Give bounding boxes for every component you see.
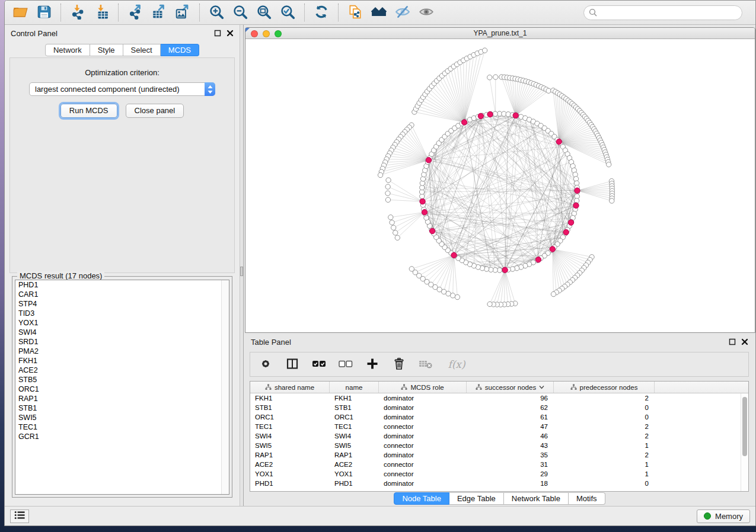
tab-network[interactable]: Network — [45, 44, 90, 56]
network-graph[interactable] — [245, 39, 755, 332]
table-row[interactable]: STB1STB1dominator620 — [250, 403, 748, 412]
table-row[interactable]: SWI5SWI5connector431 — [250, 441, 748, 450]
tab-mcds[interactable]: MCDS — [161, 44, 199, 56]
mcds-result-node[interactable]: RAP1 — [15, 394, 229, 403]
clear-table-button[interactable] — [419, 357, 433, 371]
mcds-list-scrollbar[interactable] — [221, 280, 229, 494]
graph-mcds-node[interactable] — [513, 113, 518, 118]
graph-leaf-node[interactable] — [607, 162, 611, 167]
splitter-grip[interactable] — [240, 267, 243, 276]
graph-leaf-node[interactable] — [385, 197, 390, 202]
tab-edge-table[interactable]: Edge Table — [449, 492, 504, 505]
close-panel-icon[interactable] — [227, 30, 234, 37]
zoom-out-button[interactable] — [232, 4, 248, 21]
tab-network-table[interactable]: Network Table — [504, 492, 569, 505]
graph-leaf-node[interactable] — [546, 88, 551, 93]
graph-ring-node[interactable] — [493, 111, 497, 116]
float-panel-icon[interactable] — [214, 30, 221, 37]
graph-mcds-node[interactable] — [556, 139, 562, 145]
maximize-window-icon[interactable] — [275, 30, 282, 37]
close-window-icon[interactable] — [251, 30, 258, 37]
tab-node-table[interactable]: Node Table — [394, 492, 449, 505]
function-builder-button[interactable]: f(x) — [445, 357, 468, 371]
graph-mcds-node[interactable] — [451, 252, 457, 258]
graph-leaf-node[interactable] — [386, 178, 391, 182]
table-row[interactable]: SWI4SWI4dominator462 — [250, 431, 748, 441]
hide-eye-button[interactable] — [394, 4, 411, 21]
search-input[interactable] — [583, 5, 742, 20]
graph-leaf-node[interactable] — [385, 184, 390, 189]
mcds-result-node[interactable]: PHD1 — [15, 280, 229, 290]
mcds-result-node[interactable]: SRD1 — [15, 337, 229, 347]
mcds-result-node[interactable]: CAR1 — [15, 290, 229, 299]
column-header-MCDS-role[interactable]: MCDS role — [379, 382, 467, 393]
graph-leaf-node[interactable] — [487, 75, 492, 80]
mcds-result-node[interactable]: FKH1 — [15, 356, 229, 366]
import-table-button[interactable] — [93, 4, 110, 21]
delete-column-button[interactable] — [392, 357, 406, 371]
run-mcds-button[interactable]: Run MCDS — [60, 104, 117, 118]
mcds-result-node[interactable]: ORC1 — [15, 384, 229, 394]
open-file-button[interactable] — [12, 4, 28, 21]
graph-mcds-node[interactable] — [575, 188, 580, 193]
mcds-result-node[interactable]: YOX1 — [15, 318, 229, 328]
table-row[interactable]: TEC1TEC1connector472 — [250, 422, 748, 431]
graph-mcds-node[interactable] — [487, 111, 493, 117]
table-row[interactable]: YOX1YOX1connector291 — [250, 469, 748, 479]
graph-mcds-node[interactable] — [478, 113, 483, 118]
refresh-button[interactable] — [313, 4, 330, 21]
mcds-result-node[interactable]: SWI5 — [15, 413, 229, 422]
graph-mcds-node[interactable] — [535, 257, 541, 262]
select-all-button[interactable] — [312, 357, 326, 371]
vertical-splitter[interactable] — [240, 25, 244, 506]
graph-leaf-node[interactable] — [455, 294, 460, 299]
graph-leaf-node[interactable] — [482, 48, 487, 53]
close-panel-icon[interactable] — [741, 338, 748, 345]
graph-mcds-node[interactable] — [461, 120, 467, 125]
export-table-button[interactable] — [151, 4, 167, 21]
mcds-result-node[interactable]: TID3 — [15, 309, 229, 318]
show-eye-button[interactable] — [418, 4, 435, 21]
split-pane-button[interactable] — [285, 357, 299, 371]
sort-chevron-icon[interactable] — [539, 385, 544, 389]
tab-style[interactable]: Style — [90, 44, 123, 56]
export-network-button[interactable] — [127, 4, 143, 21]
float-panel-icon[interactable] — [729, 338, 736, 345]
graph-mcds-node[interactable] — [429, 228, 435, 233]
deselect-all-button[interactable] — [339, 357, 353, 371]
graph-mcds-node[interactable] — [563, 229, 569, 235]
graph-mcds-node[interactable] — [573, 203, 579, 208]
graph-mcds-node[interactable] — [568, 220, 573, 225]
mcds-result-node[interactable]: TEC1 — [15, 422, 229, 432]
column-header-name[interactable]: name — [330, 382, 379, 393]
column-header-shared-name[interactable]: shared name — [250, 382, 330, 393]
add-column-button[interactable] — [365, 357, 379, 371]
export-image-button[interactable] — [174, 4, 191, 21]
table-row[interactable]: PHD1PHD1dominator180 — [250, 479, 748, 488]
mcds-result-node[interactable]: GCR1 — [15, 432, 229, 441]
table-row[interactable]: FKH1FKH1dominator962 — [250, 393, 748, 403]
table-settings-button[interactable] — [259, 357, 273, 371]
graph-leaf-node[interactable] — [450, 293, 455, 298]
duplicate-network-button[interactable] — [347, 4, 363, 21]
tab-select[interactable]: Select — [123, 44, 161, 56]
graph-leaf-node[interactable] — [391, 225, 395, 230]
mcds-result-node[interactable]: STB1 — [15, 403, 229, 413]
graph-mcds-node[interactable] — [502, 267, 508, 273]
graph-mcds-node[interactable] — [422, 210, 427, 215]
graph-mcds-node[interactable] — [426, 158, 431, 163]
graph-leaf-node[interactable] — [385, 191, 390, 196]
table-row[interactable]: RAP1RAP1dominator352 — [250, 450, 748, 460]
graph-mcds-node[interactable] — [550, 246, 555, 252]
graph-leaf-node[interactable] — [388, 215, 393, 220]
zoom-in-button[interactable] — [208, 4, 225, 21]
graph-leaf-node[interactable] — [610, 198, 614, 203]
mcds-result-node[interactable]: PMA2 — [15, 347, 229, 356]
network-window-titlebar[interactable]: YPA_prune.txt_1 — [245, 28, 755, 39]
optimization-criterion-dropdown[interactable]: largest connected component (undirected) — [29, 82, 215, 96]
mcds-result-node[interactable]: STP4 — [15, 299, 229, 309]
minimize-window-icon[interactable] — [263, 30, 270, 37]
table-row[interactable]: ACE2ACE2connector311 — [250, 460, 748, 469]
tab-motifs[interactable]: Motifs — [569, 492, 605, 505]
graph-leaf-node[interactable] — [393, 230, 398, 235]
